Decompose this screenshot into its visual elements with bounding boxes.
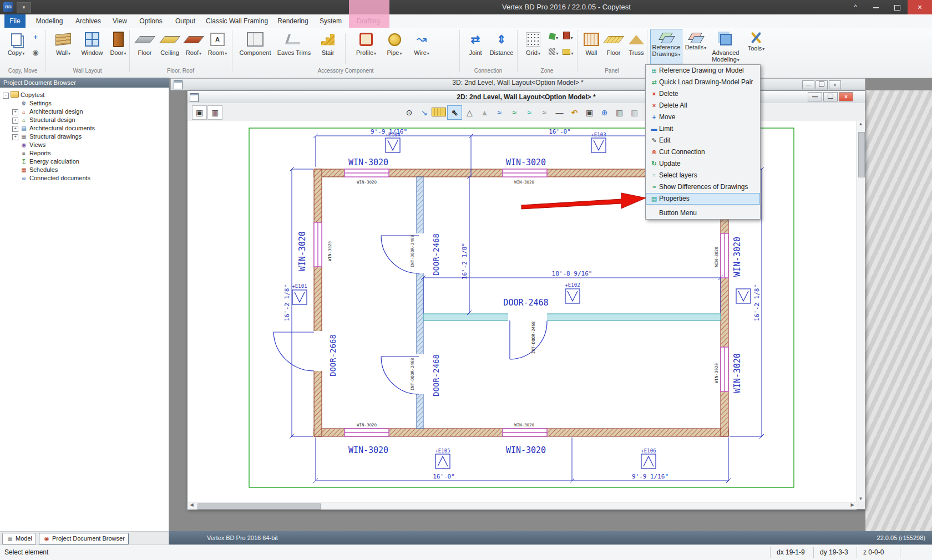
menu-classic-wall-framing[interactable]: Classic Wall Framing — [204, 14, 270, 28]
menu-item-cut-connection[interactable]: ⊗Cut Connection — [646, 146, 760, 158]
tree-item-energy-calculation[interactable]: ΣEnergy calculation — [20, 157, 79, 166]
pin-tool[interactable]: ⊙ — [402, 105, 417, 120]
menu-archives[interactable]: Archives — [72, 14, 104, 28]
ribbon-collapse-button[interactable]: ^ — [847, 0, 864, 14]
distance-button[interactable]: ⇕ Distance — [487, 29, 516, 68]
menu-item-move[interactable]: +Move — [646, 111, 760, 123]
advanced-modeling-button[interactable]: Advanced Modeling▾ — [709, 29, 742, 64]
menu-output[interactable]: Output — [171, 14, 200, 28]
layers-teal-tool[interactable]: ≈ — [522, 105, 537, 120]
menu-item-select-layers[interactable]: ≈Select layers — [646, 170, 760, 181]
window-button[interactable]: Window — [78, 29, 107, 68]
ceiling-button[interactable]: Ceiling — [156, 29, 183, 68]
zone-polygon-button[interactable]: ▾ — [547, 31, 560, 43]
grid-button[interactable]: Grid▾ — [520, 29, 546, 68]
panel-wall-button[interactable]: Wall — [580, 29, 602, 68]
tree-item-architectural-documents[interactable]: +▤Architectural documents — [12, 124, 95, 133]
wall-button[interactable]: Wall▾ — [50, 29, 77, 68]
expand-box-icon[interactable]: + — [12, 134, 18, 140]
bg-minimize-button[interactable]: — — [802, 80, 814, 89]
tree-item-reports[interactable]: ≡Reports — [20, 149, 51, 157]
close-button[interactable]: × — [908, 0, 932, 14]
line-tool[interactable]: — — [552, 105, 567, 120]
menu-item-update[interactable]: ↻Update — [646, 158, 760, 170]
sheet2-tool[interactable]: ▥ — [627, 105, 642, 120]
zone-book-button[interactable]: ▾ — [561, 31, 575, 43]
door-button[interactable]: Door▾ — [108, 29, 129, 68]
copy-button[interactable]: Copy▾ — [3, 29, 29, 68]
roof-button[interactable]: Roof▾ — [183, 29, 204, 68]
layout-grid-button[interactable]: ▥ — [207, 105, 222, 120]
maximize-button[interactable] — [887, 0, 908, 14]
drawing-minimize-button[interactable]: — — [808, 92, 822, 101]
zone-area-button[interactable]: ▾ — [561, 47, 575, 59]
menu-view[interactable]: View — [109, 14, 131, 28]
layout-single-button[interactable]: ▣ — [192, 105, 207, 120]
pipe-button[interactable]: Pipe▾ — [383, 29, 406, 68]
menu-item-properties[interactable]: ▤Properties — [646, 193, 760, 205]
layers-green-tool[interactable]: ≈ — [507, 105, 522, 120]
menu-item-delete-all[interactable]: ×Delete All — [646, 100, 760, 111]
panel-floor-button[interactable]: Floor — [602, 29, 625, 68]
select-cursor-tool[interactable]: ⇖ — [447, 105, 462, 120]
scroll-thumb[interactable] — [858, 132, 865, 177]
bg-close-button[interactable]: × — [829, 80, 841, 89]
quick-access-dropdown[interactable]: ▾ — [17, 2, 31, 13]
menu-file[interactable]: File — [4, 14, 26, 28]
scroll-thumb[interactable] — [197, 503, 321, 510]
tab-project-document-browser[interactable]: ◉Project Document Browser — [39, 533, 129, 544]
tree-item-views[interactable]: ◉Views — [20, 141, 45, 149]
tab-model[interactable]: ▦Model — [2, 533, 36, 544]
drawing-restore-button[interactable] — [823, 92, 838, 101]
expand-box-icon[interactable]: + — [12, 126, 18, 132]
menu-system[interactable]: System — [316, 14, 345, 28]
tree-item-schedules[interactable]: ▦Schedules — [20, 166, 58, 174]
component-button[interactable]: Component — [237, 29, 273, 68]
menu-item-show-differences-of-drawings[interactable]: ≈Show Differences of Drawings — [646, 181, 760, 193]
drawing-window-titlebar[interactable]: 2D: 2nd Level, Wall Layout<Option Model>… — [188, 91, 865, 104]
measure-tool[interactable]: ↘ — [417, 105, 432, 120]
room-button[interactable]: A Room▾ — [205, 29, 230, 68]
stair-button[interactable]: Stair — [315, 29, 341, 68]
expand-box-icon[interactable]: + — [12, 109, 18, 115]
wire-button[interactable]: ↝ Wire▾ — [409, 29, 434, 68]
tree-root[interactable]: −Copytest — [3, 91, 44, 99]
zone-hatch-button[interactable]: ▾ — [547, 47, 560, 59]
menu-item-quick-load-drawing-model-pair[interactable]: ⇄Quick Load Drawing-Model Pair — [646, 77, 760, 88]
reference-drawings-button[interactable]: Reference Drawings▾ — [650, 29, 682, 64]
tools-button[interactable]: Tools▾ — [743, 29, 769, 64]
eaves-trims-button[interactable]: Eaves Trims — [275, 29, 313, 68]
menu-item-button-menu[interactable]: Button Menu — [646, 207, 760, 219]
bg-restore-button[interactable] — [816, 80, 828, 89]
horizontal-scrollbar[interactable]: ◀▶ — [188, 502, 857, 510]
camera-button[interactable]: ◉ — [29, 47, 42, 59]
menu-options[interactable]: Options — [135, 14, 166, 28]
menu-item-reference-drawing-or-model[interactable]: ⊞Reference Drawing or Model — [646, 65, 760, 77]
layers-blue-tool[interactable]: ≈ — [492, 105, 507, 120]
tree-item-structural-design[interactable]: +⌂Structural design — [12, 116, 75, 124]
vertical-scrollbar[interactable]: ▲▼ — [857, 121, 865, 502]
ruler-tool[interactable] — [432, 108, 446, 116]
collapse-box-icon[interactable]: − — [3, 93, 9, 99]
sheet-tool[interactable]: ▥ — [612, 105, 627, 120]
minimize-button[interactable] — [865, 0, 887, 14]
profile-button[interactable]: Profile▾ — [353, 29, 379, 68]
joint-button[interactable]: ⇄ Joint — [464, 29, 487, 68]
tree-item-settings[interactable]: ⚙Settings — [20, 99, 52, 108]
polygon-tool[interactable]: △ — [462, 105, 477, 120]
background-window-titlebar[interactable]: 3D: 2nd Level, Wall Layout<Option Model>… — [170, 78, 865, 90]
layers-gray-tool[interactable]: ≈ — [537, 105, 552, 120]
menu-modeling[interactable]: Modeling — [31, 14, 68, 28]
drawing-close-button[interactable]: × — [839, 92, 853, 101]
tree-item-architectural-design[interactable]: +⌂Architectural design — [12, 108, 83, 116]
expand-box-icon[interactable]: + — [12, 118, 18, 124]
tree-item-structural-drawings[interactable]: +▦Structural drawings — [12, 133, 82, 141]
menu-item-delete[interactable]: ×Delete — [646, 88, 760, 100]
menu-item-limit[interactable]: ▬Limit — [646, 123, 760, 135]
menu-item-edit[interactable]: ✎Edit — [646, 135, 760, 146]
menu-rendering[interactable]: Rendering — [274, 14, 312, 28]
move-button[interactable]: + — [29, 31, 42, 43]
floor-button[interactable]: Floor — [133, 29, 156, 68]
zoom-tool[interactable]: ⊕ — [597, 105, 612, 120]
truss-button[interactable]: Truss — [625, 29, 648, 68]
